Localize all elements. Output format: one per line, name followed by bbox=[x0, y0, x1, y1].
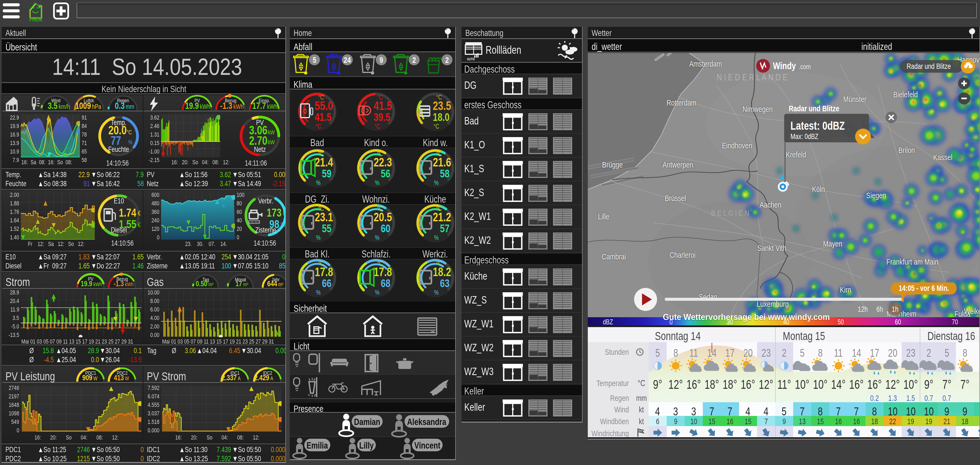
svg-text:Kassel: Kassel bbox=[933, 153, 952, 162]
svg-text:21.2: 21.2 bbox=[433, 210, 451, 224]
svg-text:%: % bbox=[375, 179, 380, 187]
svg-text:18.0: 18.0 bbox=[433, 111, 449, 123]
svg-text:Radar und Blitze: Radar und Blitze bbox=[907, 62, 951, 70]
svg-text:2.337: 2.337 bbox=[221, 373, 237, 382]
svg-text:Kirn: Kirn bbox=[840, 285, 851, 294]
svg-text:kWh: kWh bbox=[125, 281, 134, 287]
svg-text:Nimwegen: Nimwegen bbox=[743, 104, 773, 113]
svg-text:909: 909 bbox=[83, 373, 92, 382]
svg-text:3.5: 3.5 bbox=[48, 101, 57, 111]
svg-text:1009: 1009 bbox=[75, 101, 91, 111]
svg-text:A: A bbox=[238, 376, 240, 381]
svg-text:644: 644 bbox=[267, 279, 277, 288]
svg-text:18.2: 18.2 bbox=[433, 265, 451, 278]
svg-text:%: % bbox=[434, 289, 439, 296]
svg-text:kWh: kWh bbox=[267, 103, 277, 110]
svg-text:m³: m³ bbox=[208, 281, 213, 287]
svg-text:.com: .com bbox=[799, 63, 811, 71]
svg-text:17: 17 bbox=[235, 279, 242, 288]
svg-text:0.3: 0.3 bbox=[115, 101, 125, 111]
svg-text:19.9: 19.9 bbox=[185, 101, 199, 111]
svg-text:Luxemburg: Luxemburg bbox=[757, 299, 789, 308]
svg-text:14:05 - vor 6 Min.: 14:05 - vor 6 Min. bbox=[899, 283, 949, 292]
svg-text:23.5: 23.5 bbox=[433, 99, 451, 112]
svg-text:%: % bbox=[375, 289, 380, 296]
svg-text:1h: 1h bbox=[892, 305, 898, 313]
svg-text:Windy: Windy bbox=[773, 60, 796, 71]
svg-text:Aachen: Aachen bbox=[759, 200, 781, 209]
svg-text:Cambrai: Cambrai bbox=[602, 252, 626, 261]
svg-text:Krefeld: Krefeld bbox=[786, 150, 806, 159]
svg-text:m³: m³ bbox=[278, 281, 283, 287]
svg-text:Münster: Münster bbox=[843, 94, 867, 104]
svg-text:Sankt Vith: Sankt Vith bbox=[757, 243, 786, 252]
svg-text:17.8: 17.8 bbox=[374, 265, 392, 278]
svg-text:17.7: 17.7 bbox=[252, 101, 266, 111]
svg-text:68: 68 bbox=[381, 277, 390, 289]
svg-text:39.5: 39.5 bbox=[374, 111, 390, 123]
svg-text:58: 58 bbox=[440, 168, 449, 180]
svg-text:41.5: 41.5 bbox=[315, 111, 331, 123]
svg-text:%: % bbox=[316, 289, 321, 296]
svg-text:Verbr.: Verbr. bbox=[258, 197, 273, 205]
svg-text:Lille: Lille bbox=[598, 212, 609, 221]
svg-text:°C: °C bbox=[433, 123, 439, 130]
svg-text:Brüssel: Brüssel bbox=[665, 193, 686, 203]
svg-text:%: % bbox=[434, 179, 439, 187]
svg-text:23.1: 23.1 bbox=[315, 210, 333, 224]
svg-text:°C: °C bbox=[315, 123, 321, 130]
svg-text:12h: 12h bbox=[858, 305, 868, 313]
svg-text:Bielefeld: Bielefeld bbox=[893, 90, 918, 99]
svg-text:Brügge: Brügge bbox=[602, 160, 622, 169]
svg-text:41.5: 41.5 bbox=[374, 99, 392, 112]
svg-text:km/h: km/h bbox=[59, 103, 70, 110]
svg-text:Mayen: Mayen bbox=[823, 239, 842, 248]
svg-text:Antwerpen: Antwerpen bbox=[663, 160, 693, 169]
svg-text:Siegen: Siegen bbox=[866, 191, 886, 200]
svg-text:kWh: kWh bbox=[233, 103, 243, 110]
svg-text:21.4: 21.4 bbox=[315, 155, 333, 169]
svg-text:20.5: 20.5 bbox=[374, 210, 392, 224]
svg-text:kWh: kWh bbox=[200, 103, 210, 110]
svg-text:W: W bbox=[94, 376, 97, 381]
svg-text:19.9: 19.9 bbox=[81, 279, 92, 288]
svg-text:m³: m³ bbox=[243, 281, 248, 287]
svg-text:Netz: Netz bbox=[254, 145, 266, 153]
svg-text:%: % bbox=[316, 234, 321, 241]
svg-text:kWh: kWh bbox=[94, 281, 102, 287]
svg-text:B E L G I E N: B E L G I E N bbox=[711, 208, 749, 217]
svg-text:Max: 0dBZ: Max: 0dBZ bbox=[791, 132, 818, 141]
svg-text:kW: kW bbox=[268, 130, 275, 136]
svg-text:Amsterdam: Amsterdam bbox=[689, 59, 722, 68]
svg-text:66: 66 bbox=[322, 277, 331, 289]
svg-text:-1.3: -1.3 bbox=[220, 101, 232, 111]
svg-text:56: 56 bbox=[381, 168, 390, 180]
svg-text:17.8: 17.8 bbox=[315, 265, 333, 278]
svg-text:N I E D E R L A N D E: N I E D E R L A N D E bbox=[717, 72, 788, 82]
svg-text:Brilon: Brilon bbox=[898, 145, 915, 155]
svg-text:hPa: hPa bbox=[92, 103, 101, 110]
svg-text:6h: 6h bbox=[877, 305, 883, 313]
svg-text:Radar und Blitze: Radar und Blitze bbox=[789, 104, 840, 113]
svg-text:55: 55 bbox=[322, 222, 331, 235]
svg-text:22.3: 22.3 bbox=[374, 155, 392, 169]
svg-text:55.0: 55.0 bbox=[315, 99, 333, 112]
svg-text:W: W bbox=[125, 376, 129, 381]
svg-text:Eindhoven: Eindhoven bbox=[722, 141, 752, 150]
svg-text:Köln: Köln bbox=[812, 185, 825, 193]
svg-text:Frankfurt am Main: Frankfurt am Main bbox=[886, 257, 939, 266]
svg-text:Charleroi: Charleroi bbox=[670, 250, 696, 259]
svg-text:mm: mm bbox=[126, 103, 134, 110]
svg-text:Weiker: Weiker bbox=[964, 307, 980, 316]
svg-text:kW: kW bbox=[268, 139, 275, 145]
svg-text:60: 60 bbox=[381, 222, 390, 235]
svg-text:A: A bbox=[270, 376, 273, 381]
svg-text:-1.3: -1.3 bbox=[113, 279, 124, 288]
svg-text:21.6: 21.6 bbox=[433, 155, 451, 169]
svg-text:2.429: 2.429 bbox=[254, 373, 269, 382]
svg-text:AUTO: AUTO bbox=[467, 57, 475, 61]
svg-text:Latest: 0dBZ: Latest: 0dBZ bbox=[791, 119, 845, 132]
svg-text:0.50: 0.50 bbox=[196, 279, 207, 288]
svg-text:413: 413 bbox=[114, 373, 124, 382]
svg-text:FHEM: FHEM bbox=[30, 16, 42, 22]
